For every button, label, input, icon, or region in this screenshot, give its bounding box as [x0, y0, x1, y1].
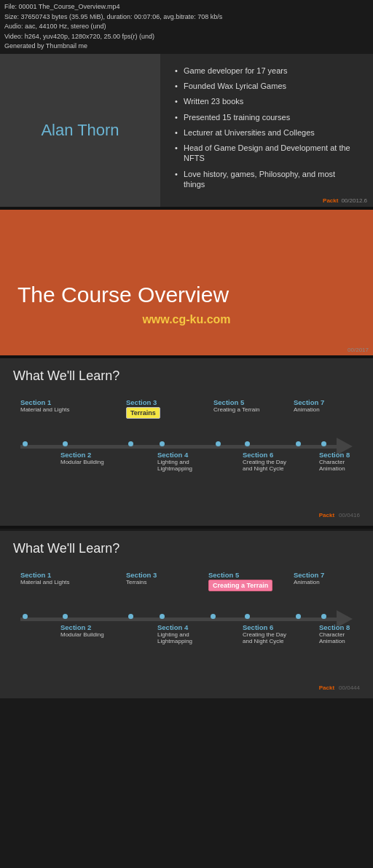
s5b-dot [211, 614, 216, 619]
s2b-dot [63, 614, 68, 619]
section-3-above: Section 3 Terrains [126, 398, 160, 419]
section-7-above: Section 7 Animation [294, 398, 324, 414]
s2b-desc: Modular Building [60, 631, 104, 639]
file-info-line2: Size: 37650743 bytes (35.95 MiB), durati… [4, 12, 369, 23]
file-info-line1: File: 00001 The_Course_Overview.mp4 [4, 2, 369, 12]
s4b-desc: Lighting and Lightmapping [157, 631, 212, 645]
s4-label: Section 4 [157, 451, 212, 459]
section-5-above: Section 5 Creating a Terrain [213, 398, 259, 414]
bio-bullet-3: Written 23 books [175, 96, 358, 106]
s7-dot [296, 441, 301, 446]
s6b-desc: Creating the Day and Night Cycle [243, 631, 294, 645]
s5-dot [216, 441, 221, 446]
section-2-below: Section 2 Modular Building [60, 451, 104, 466]
packt-logo-learn1: Packt [319, 512, 334, 518]
bio-content: Alan Thorn Game developer for 17 years F… [0, 54, 373, 207]
s1b-above: Section 1 Material and Lights [20, 571, 70, 586]
learn-slide-2: What We'll Learn? Section 1 Material and… [0, 529, 373, 698]
s4b-dot [160, 614, 165, 619]
slide-counter-learn2: 00/0444 [339, 684, 360, 691]
s7b-dot [296, 614, 301, 619]
s4b-label: Section 4 [157, 623, 212, 631]
bio-bullet-6: Head of Game Design and Development at t… [175, 143, 358, 164]
s1b-dot [23, 614, 28, 619]
s5b-above: Section 5 Creating a Terrain [208, 571, 272, 591]
s7b-desc: Animation [294, 579, 324, 586]
bio-bullet-1: Game developer for 17 years [175, 66, 358, 76]
packt-logo-learn2: Packt [319, 684, 334, 691]
timeline-2: Section 1 Material and Lights Section 3 … [13, 565, 360, 682]
bio-left-panel: Alan Thorn [0, 54, 160, 207]
s2-desc: Modular Building [60, 459, 104, 466]
section-4-below: Section 4 Lighting and Lightmapping [157, 451, 212, 473]
section-6-below: Section 6 Creating the Day and Night Cyc… [243, 451, 294, 473]
s7b-above: Section 7 Animation [294, 571, 324, 586]
s4b-below: Section 4 Lighting and Lightmapping [157, 623, 212, 645]
bio-right-panel: Game developer for 17 years Founded Wax … [160, 54, 373, 207]
s1b-desc: Material and Lights [20, 579, 70, 586]
learn-title-1: What We'll Learn? [13, 368, 360, 384]
s2b-below: Section 2 Modular Building [60, 623, 104, 639]
s4-dot [160, 441, 165, 446]
s8-desc: Character Animation [319, 459, 360, 473]
file-info-line5: Generated by Thumbnail me [4, 42, 369, 52]
s3b-dot [128, 614, 133, 619]
slide-counter-learn1: 00/0416 [339, 512, 360, 518]
overview-title: The Course Overview [17, 283, 356, 307]
s1-label: Section 1 [20, 398, 70, 406]
s6b-below: Section 6 Creating the Day and Night Cyc… [243, 623, 294, 645]
bio-bullet-5: Lecturer at Universities and Colleges [175, 127, 358, 138]
timeline-1: Section 1 Material and Lights Section 3 … [13, 392, 360, 509]
s3b-desc: Terrains [126, 579, 157, 586]
s5-label: Section 5 [213, 398, 259, 406]
timeline-line-1 [20, 445, 338, 449]
s5b-label: Section 5 [208, 571, 272, 579]
s5-desc: Creating a Terrain [213, 406, 259, 414]
s6-desc: Creating the Day and Night Cycle [243, 459, 294, 473]
s7-label: Section 7 [294, 398, 324, 406]
s4-desc: Lighting and Lightmapping [157, 459, 212, 473]
s8b-desc: Character Animation [319, 631, 360, 645]
bio-bullet-2: Founded Wax Lyrical Games [175, 81, 358, 91]
section-8-below: Section 8 Character Animation [319, 451, 360, 473]
s3-desc-highlight: Terrains [126, 407, 160, 419]
packt-logo-bio: Packt [323, 197, 338, 204]
s8b-dot [321, 614, 326, 619]
bio-bullet-4: Presented 15 training courses [175, 112, 358, 122]
s7-desc: Animation [294, 406, 324, 414]
top-bar: File: 00001 The_Course_Overview.mp4 Size… [0, 0, 373, 54]
s5b-desc-highlight: Creating a Terrain [208, 580, 272, 591]
s6b-label: Section 6 [243, 623, 294, 631]
s8-dot [321, 441, 326, 446]
s8b-label: Section 8 [319, 623, 360, 631]
bio-bullet-7: Love history, games, Philosophy, and mos… [175, 169, 358, 190]
s2b-label: Section 2 [60, 623, 104, 631]
s6b-dot [245, 614, 250, 619]
s8-label: Section 8 [319, 451, 360, 459]
learn-title-2: What We'll Learn? [13, 541, 360, 556]
learn-slide-1: What We'll Learn? Section 1 Material and… [0, 358, 373, 526]
s3b-above: Section 3 Terrains [126, 571, 157, 586]
bio-slide: Alan Thorn Game developer for 17 years F… [0, 54, 373, 207]
s3b-label: Section 3 [126, 571, 157, 579]
bio-bullets-list: Game developer for 17 years Founded Wax … [175, 66, 358, 195]
file-info-line3: Audio: aac, 44100 Hz, stereo (und) [4, 22, 369, 32]
author-name: Alan Thorn [41, 121, 119, 140]
timeline-line-2 [20, 618, 338, 621]
s8b-below: Section 8 Character Animation [319, 623, 360, 645]
s2-dot [63, 441, 68, 446]
s1b-label: Section 1 [20, 571, 70, 579]
overview-url: www.cg-ku.com [17, 313, 356, 326]
slide-counter-bio: 00/2012.6 [341, 197, 367, 204]
s7b-label: Section 7 [294, 571, 324, 579]
s1-desc: Material and Lights [20, 406, 70, 414]
overview-slide: The Course Overview www.cg-ku.com 00/201… [0, 210, 373, 355]
s3-label: Section 3 [126, 398, 160, 406]
s3-dot [128, 441, 133, 446]
s6-dot [245, 441, 250, 446]
slide-counter-overview: 00/2017 [348, 347, 369, 353]
section-1-above: Section 1 Material and Lights [20, 398, 70, 414]
s2-label: Section 2 [60, 451, 104, 459]
file-info-line4: Video: h264, yuv420p, 1280x720, 25.00 fp… [4, 32, 369, 42]
s1-dot [23, 441, 28, 446]
